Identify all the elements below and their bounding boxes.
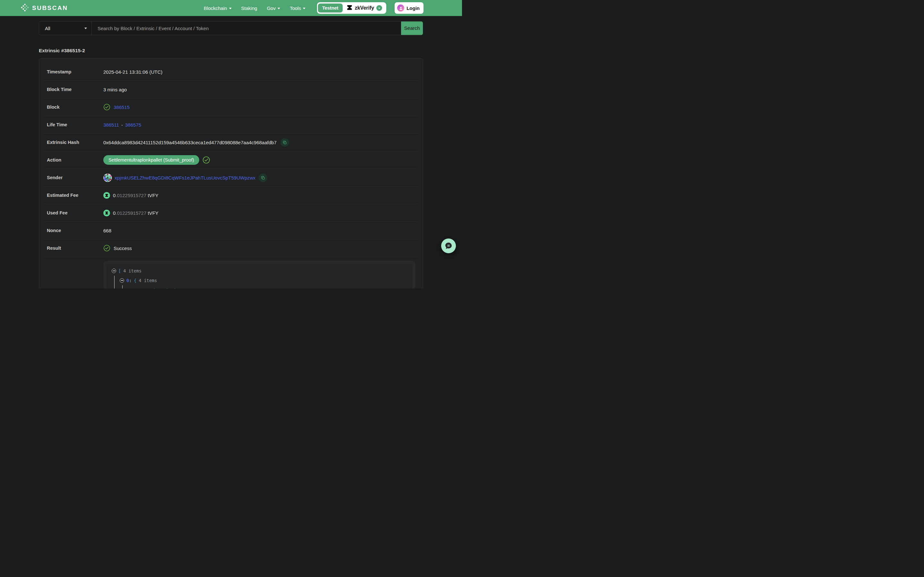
top-navigation-bar: SUBSCAN Blockchain Staking Gov Tools Tes… [0, 0, 462, 16]
row-label: Estimated Fee [47, 193, 103, 198]
fee-unit: tVFY [148, 193, 158, 198]
row-label: Action [47, 157, 103, 163]
action-module-call-pill[interactable]: Settlementultraplonkpallet (Submit_proof… [103, 155, 199, 165]
chevron-down-icon [378, 8, 380, 9]
fee-unit: tVFY [148, 210, 158, 216]
json-string-value: "vk_or_hash" [148, 287, 180, 288]
row-label: Nonce [47, 228, 103, 233]
row-sender: Sender xpjmkUSE [44, 169, 418, 187]
success-check-icon [103, 245, 110, 251]
json-index-key: 0 [126, 278, 129, 283]
chain-name: zkVerify [355, 5, 374, 11]
chain-dropdown-icon[interactable] [376, 5, 382, 11]
tvfy-token-icon [103, 210, 110, 216]
nav-item-gov[interactable]: Gov [267, 5, 280, 11]
nav-item-staking[interactable]: Staking [241, 5, 257, 11]
json-item-count: 4 items [139, 278, 157, 283]
row-result: Result Success [44, 239, 418, 257]
json-root-line: [ 4 items [111, 266, 408, 276]
global-search-bar: All Search [39, 21, 423, 35]
page-title: Extrinsic #386515-2 [39, 48, 423, 53]
chevron-down-icon [229, 8, 232, 9]
collapse-icon[interactable] [120, 278, 124, 283]
search-input[interactable] [92, 21, 401, 35]
timestamp-value: 2025-04-21 13:31:06 (UTC) [103, 69, 162, 75]
row-action: Action Settlementultraplonkpallet (Submi… [44, 151, 418, 169]
support-chat-button[interactable] [441, 239, 456, 253]
json-item-count: 4 items [123, 268, 142, 274]
network-selector[interactable]: Testnet zkVerify [317, 2, 386, 14]
chevron-down-icon [84, 27, 87, 29]
subscan-brand[interactable]: SUBSCAN [21, 3, 68, 13]
fee-integer: 0 [113, 193, 115, 198]
json-colon: : [129, 278, 132, 283]
search-filter-value: All [45, 26, 50, 31]
collapse-icon[interactable] [111, 269, 116, 273]
chevron-down-icon [278, 8, 280, 9]
row-nonce: Nonce 668 [44, 222, 418, 239]
nav-label: Staking [241, 5, 257, 11]
row-extrinsic-hash: Extrinsic Hash 0x64ddca8983d42411152d159… [44, 134, 418, 151]
nav-item-blockchain[interactable]: Blockchain [204, 5, 232, 11]
row-block: Block 386515 [44, 98, 418, 116]
row-estimated-fee: Estimated Fee 0.01225915727 tVFY [44, 187, 418, 204]
row-label: Life Time [47, 122, 103, 127]
block-number-link[interactable]: 386515 [113, 105, 129, 110]
row-label: Sender [47, 175, 103, 180]
fee-decimals: .01225915727 [115, 210, 146, 216]
row-label: Used Fee [47, 210, 103, 215]
copy-icon[interactable] [280, 138, 289, 147]
tvfy-token-icon [103, 192, 110, 199]
row-label: Block [47, 105, 103, 110]
chevron-down-icon [303, 8, 305, 9]
fee-decimals: .01225915727 [115, 193, 146, 198]
row-life-time: Life Time 386511 - 386575 [44, 116, 418, 134]
login-label: Login [407, 5, 420, 11]
network-environment-badge: Testnet [318, 3, 342, 13]
nav-label: Blockchain [204, 5, 227, 11]
json-item0-line: 0: { 4 items [120, 276, 408, 285]
row-parameters: [ 4 items 0: { 4 items "name": [44, 257, 418, 288]
nonce-value: 668 [103, 228, 111, 234]
json-field-key: "name" [128, 287, 144, 288]
search-filter-select[interactable]: All [39, 21, 92, 35]
user-avatar-icon [397, 5, 404, 11]
main-nav: Blockchain Staking Gov Tools [204, 5, 305, 11]
json-colon: : [144, 287, 146, 288]
block-time-value: 3 mins ago [103, 87, 127, 92]
sender-address-link[interactable]: xpjmkUSELZhwE8qGDi8CqWFs1eJPahTLusUovcSp… [115, 175, 255, 181]
json-open-brace: { [134, 278, 136, 283]
row-label: Result [47, 245, 103, 251]
chat-bubble-icon [444, 242, 453, 250]
finalized-check-icon [103, 103, 110, 111]
life-time-separator: - [121, 122, 123, 127]
login-button[interactable]: Login [395, 2, 423, 14]
row-used-fee: Used Fee 0.01225915727 tVFY [44, 204, 418, 222]
chain-selector[interactable]: zkVerify [342, 5, 385, 12]
nav-item-tools[interactable]: Tools [290, 5, 305, 11]
row-label: Timestamp [47, 69, 103, 74]
json-open-bracket: [ [118, 268, 121, 274]
row-block-time: Block Time 3 mins ago [44, 81, 418, 98]
extrinsic-hash-value: 0x64ddca8983d42411152d159a4546b633ceca1e… [103, 140, 276, 145]
nav-label: Tools [290, 5, 301, 11]
json-name-field-line: "name": "vk_or_hash" [128, 285, 408, 288]
parameters-json-panel: [ 4 items 0: { 4 items "name": [103, 261, 415, 288]
copy-icon[interactable] [258, 173, 267, 182]
sender-identicon [103, 173, 112, 182]
life-time-from-link[interactable]: 386511 [103, 122, 119, 127]
success-check-icon [202, 156, 210, 164]
life-time-to-link[interactable]: 386575 [125, 122, 141, 127]
nav-label: Gov [267, 5, 276, 11]
zkverify-hourglass-icon [347, 5, 352, 12]
search-button[interactable]: Search [401, 21, 423, 35]
row-timestamp: Timestamp 2025-04-21 13:31:06 (UTC) [44, 63, 418, 81]
subscan-dots-logo-icon [21, 3, 29, 13]
row-label: Block Time [47, 87, 103, 92]
row-label: Extrinsic Hash [47, 140, 103, 145]
brand-name: SUBSCAN [32, 5, 68, 11]
extrinsic-details-card: Timestamp 2025-04-21 13:31:06 (UTC) Bloc… [39, 58, 423, 288]
result-value: Success [113, 245, 132, 251]
fee-integer: 0 [113, 210, 115, 216]
